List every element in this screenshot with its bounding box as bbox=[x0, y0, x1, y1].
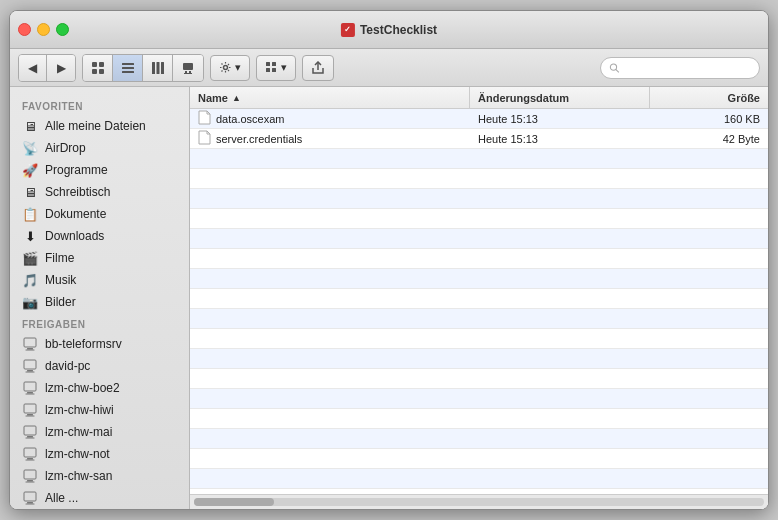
file-area: Name ▲ Änderungsdatum Größe da bbox=[190, 87, 768, 509]
table-row-empty bbox=[190, 149, 768, 169]
sidebar-item-david-pc[interactable]: david-pc bbox=[10, 355, 189, 377]
sidebar-item-alle-more[interactable]: Alle ... bbox=[10, 487, 189, 509]
sidebar-item-movies[interactable]: 🎬 Filme bbox=[10, 247, 189, 269]
sidebar-item-downloads[interactable]: ⬇ Downloads bbox=[10, 225, 189, 247]
sidebar-label-bb-teleformsrv: bb-teleformsrv bbox=[45, 337, 122, 351]
table-row-empty bbox=[190, 169, 768, 189]
view-icon-button[interactable] bbox=[83, 55, 113, 81]
sidebar-icon-desktop: 🖥 bbox=[22, 184, 38, 200]
sidebar-item-music[interactable]: 🎵 Musik bbox=[10, 269, 189, 291]
svg-rect-41 bbox=[26, 482, 35, 483]
empty-cell bbox=[190, 293, 470, 305]
sidebar-item-applications[interactable]: 🚀 Programme bbox=[10, 159, 189, 181]
svg-rect-35 bbox=[26, 438, 35, 439]
computer-icon bbox=[23, 469, 37, 483]
computer-icon bbox=[23, 491, 37, 505]
svg-rect-40 bbox=[27, 480, 33, 482]
table-row-empty bbox=[190, 449, 768, 469]
action-button[interactable]: ▾ bbox=[210, 55, 250, 81]
svg-point-14 bbox=[224, 66, 228, 70]
empty-cell bbox=[190, 273, 470, 285]
forward-button[interactable]: ▶ bbox=[47, 55, 75, 81]
close-button[interactable] bbox=[18, 23, 31, 36]
sidebar-item-bb-teleformsrv[interactable]: bb-teleformsrv bbox=[10, 333, 189, 355]
empty-cell bbox=[190, 393, 470, 405]
date-header[interactable]: Änderungsdatum bbox=[470, 87, 650, 108]
favorites-section-label: FAVORITEN bbox=[10, 95, 189, 115]
computer-icon bbox=[23, 403, 37, 417]
file-list: data.oscexam Heute 15:13 160 KB server.c… bbox=[190, 109, 768, 494]
svg-rect-16 bbox=[272, 62, 276, 66]
sidebar-item-lzm-chw-not[interactable]: lzm-chw-not bbox=[10, 443, 189, 465]
table-row[interactable]: server.credentials Heute 15:13 42 Byte bbox=[190, 129, 768, 149]
file-size: 160 KB bbox=[650, 113, 768, 125]
gear-icon bbox=[219, 61, 232, 74]
minimize-button[interactable] bbox=[37, 23, 50, 36]
svg-rect-3 bbox=[99, 69, 104, 74]
computer-icon bbox=[23, 447, 37, 461]
svg-rect-44 bbox=[26, 504, 35, 505]
sidebar-shares: bb-teleformsrv david-pc lzm-chw-boe2 bbox=[10, 333, 189, 509]
svg-rect-15 bbox=[266, 62, 270, 66]
sidebar-item-lzm-chw-boe2[interactable]: lzm-chw-boe2 bbox=[10, 377, 189, 399]
svg-rect-22 bbox=[27, 348, 33, 350]
arrange-icon bbox=[265, 61, 278, 74]
maximize-button[interactable] bbox=[56, 23, 69, 36]
table-row-empty bbox=[190, 409, 768, 429]
sidebar-item-lzm-chw-san[interactable]: lzm-chw-san bbox=[10, 465, 189, 487]
empty-cell bbox=[190, 153, 470, 165]
arrange-button[interactable]: ▾ bbox=[256, 55, 296, 81]
empty-cell bbox=[190, 353, 470, 365]
sidebar-icon-airdrop: 📡 bbox=[22, 140, 38, 156]
svg-rect-27 bbox=[24, 382, 36, 391]
sidebar-item-lzm-chw-hiwi[interactable]: lzm-chw-hiwi bbox=[10, 399, 189, 421]
empty-cell bbox=[190, 333, 470, 345]
sidebar-item-lzm-chw-mai[interactable]: lzm-chw-mai bbox=[10, 421, 189, 443]
share-button[interactable] bbox=[302, 55, 334, 81]
svg-rect-1 bbox=[99, 62, 104, 67]
svg-rect-29 bbox=[26, 394, 35, 395]
empty-cell bbox=[190, 193, 470, 205]
sidebar-item-pictures[interactable]: 📷 Bilder bbox=[10, 291, 189, 313]
search-icon bbox=[609, 62, 620, 74]
svg-rect-34 bbox=[27, 436, 33, 438]
file-icon bbox=[198, 110, 211, 128]
sidebar-item-desktop[interactable]: 🖥 Schreibtisch bbox=[10, 181, 189, 203]
svg-rect-33 bbox=[24, 426, 36, 435]
sidebar-item-documents[interactable]: 📋 Dokumente bbox=[10, 203, 189, 225]
titlebar: ✓ TestChecklist bbox=[10, 11, 768, 49]
size-header[interactable]: Größe bbox=[650, 87, 768, 108]
view-list-button[interactable] bbox=[113, 55, 143, 81]
finder-window: ✓ TestChecklist ◀ ▶ bbox=[9, 10, 769, 510]
table-row-empty bbox=[190, 189, 768, 209]
svg-rect-24 bbox=[24, 360, 36, 369]
sidebar-item-all-files[interactable]: 🖥 Alle meine Dateien bbox=[10, 115, 189, 137]
title-text: TestChecklist bbox=[360, 23, 437, 37]
svg-rect-30 bbox=[24, 404, 36, 413]
search-box[interactable] bbox=[600, 57, 760, 79]
file-size: 42 Byte bbox=[650, 133, 768, 145]
sidebar-icon-lzm-chw-boe2 bbox=[22, 380, 38, 396]
empty-cell bbox=[190, 453, 470, 465]
view-column-button[interactable] bbox=[143, 55, 173, 81]
horizontal-scrollbar[interactable] bbox=[190, 494, 768, 509]
svg-rect-18 bbox=[272, 68, 276, 72]
table-row[interactable]: data.oscexam Heute 15:13 160 KB bbox=[190, 109, 768, 129]
view-cover-button[interactable] bbox=[173, 55, 203, 81]
list-view-icon bbox=[121, 61, 135, 75]
name-header[interactable]: Name ▲ bbox=[190, 87, 470, 108]
sidebar-label-lzm-chw-boe2: lzm-chw-boe2 bbox=[45, 381, 120, 395]
sidebar-label-lzm-chw-san: lzm-chw-san bbox=[45, 469, 112, 483]
back-button[interactable]: ◀ bbox=[19, 55, 47, 81]
search-input[interactable] bbox=[624, 62, 751, 74]
empty-cell bbox=[190, 413, 470, 425]
svg-rect-23 bbox=[26, 350, 35, 351]
empty-cell bbox=[190, 173, 470, 185]
scrollbar-thumb[interactable] bbox=[194, 498, 274, 506]
sidebar-icon-david-pc bbox=[22, 358, 38, 374]
sidebar-icon-bb-teleformsrv bbox=[22, 336, 38, 352]
table-row-empty bbox=[190, 309, 768, 329]
sidebar-item-airdrop[interactable]: 📡 AirDrop bbox=[10, 137, 189, 159]
column-view-icon bbox=[151, 61, 165, 75]
table-row-empty bbox=[190, 349, 768, 369]
